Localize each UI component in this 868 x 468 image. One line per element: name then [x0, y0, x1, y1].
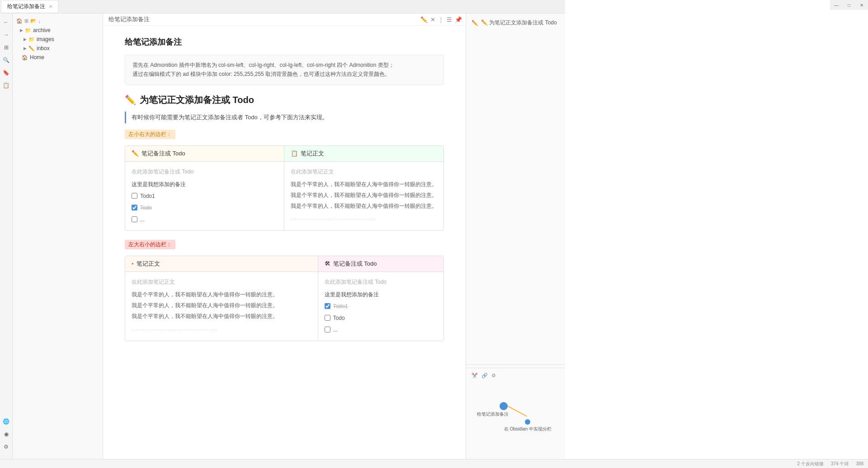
folder-icon: 📁: [28, 37, 35, 42]
right-panel: ✏️ ✏️ 为笔记正文添加备注或 Todo ✂️ 🔗 ⚙ 给笔记添加备注: [466, 14, 565, 468]
todo2-checkbox-2[interactable]: [325, 315, 330, 321]
graph-label-main: 给笔记添加备注: [477, 411, 509, 417]
tree-item-archive[interactable]: ▶ 📁 archive: [13, 26, 103, 35]
close-note-icon[interactable]: ✕: [430, 16, 435, 23]
nav-forward-icon[interactable]: →: [1, 30, 11, 40]
info-line1: 需先在 Admonition 插件中新增名为 col-sm-left、col-l…: [132, 61, 436, 70]
outline-emoji: ✏️: [472, 20, 478, 26]
todo-item-1: Todo1: [132, 191, 278, 201]
char-count: 388: [856, 461, 863, 466]
info-line2: 通过在编辑模式下的 ad 模块中添加 color: 255,255,255 取消…: [132, 70, 436, 79]
tab-label: 给笔记添加备注: [7, 3, 45, 10]
right-panel-divider: [466, 365, 565, 365]
todo2-checkbox-1[interactable]: [325, 303, 330, 309]
todo2-checkbox-3[interactable]: [325, 327, 330, 332]
table1-col1: ✏️ 笔记备注或 Todo 在此添加笔记备注或 Todo 这里是我想添加的备注 …: [125, 146, 284, 230]
col1-header-label: 笔记备注或 Todo: [142, 150, 185, 158]
tree-item-images[interactable]: ▶ 📁 images: [13, 35, 103, 44]
settings-icon[interactable]: ⚙: [1, 442, 11, 452]
tree-item-home[interactable]: 🏠 Home: [13, 53, 103, 62]
tree-label-home: Home: [30, 54, 44, 61]
outline-label: ✏️ 为笔记正文添加备注或 Todo: [481, 19, 557, 27]
new-note-icon[interactable]: ⊞: [24, 18, 28, 24]
body2-line1: 我是个平常的人，我不能盼望在人海中值得你一转眼的注意。: [132, 289, 311, 300]
todo-label-2: Todo: [140, 202, 152, 213]
minimize-button[interactable]: —: [830, 0, 843, 10]
sort-icon[interactable]: ↓: [38, 19, 41, 24]
table1-col1-header: ✏️ 笔记备注或 Todo: [125, 146, 284, 162]
table1-col2-body: 在此添加笔记正文 我是个平常的人，我不能盼望在人海中值得你一转眼的注意。 我是个…: [284, 162, 443, 229]
table1-col2: 📋 笔记正文 在此添加笔记正文 我是个平常的人，我不能盼望在人海中值得你一转眼的…: [284, 146, 443, 230]
table2-col1: ▪ 笔记正文 在此添加笔记正文 我是个平常的人，我不能盼望在人海中值得你一转眼的…: [125, 256, 318, 341]
graph-ctrl-link[interactable]: 🔗: [481, 373, 488, 379]
col2b-emoji: 🛠: [325, 260, 330, 267]
files-icon[interactable]: ⊞: [1, 42, 11, 52]
bookmarks-icon[interactable]: 🔖: [1, 68, 11, 78]
nav-back-icon[interactable]: ←: [1, 17, 11, 27]
body2-line2: 我是个平常的人，我不能盼望在人海中值得你一转眼的注意。: [132, 300, 311, 311]
more-options-icon[interactable]: ⋮: [438, 16, 444, 23]
graph-canvas: 给笔记添加备注 在 Obsidian 中实现分栏: [472, 382, 560, 463]
tree-item-inbox[interactable]: ▶ ✏️ inbox: [13, 44, 103, 53]
todo2-label-1: Todo1: [333, 301, 348, 312]
search-icon[interactable]: 🔍: [1, 55, 11, 65]
todo2-item-2: Todo: [325, 313, 437, 323]
col1-emoji: ✏️: [132, 150, 139, 157]
body2-line3: 我是个平常的人，我不能盼望在人海中值得你一转眼的注意。: [132, 311, 311, 322]
arrow-icon: ▶: [20, 28, 23, 33]
body-line1: 我是个平常的人，我不能盼望在人海中值得你一转眼的注意。: [291, 179, 437, 190]
col2-emoji: 📋: [291, 150, 298, 157]
sidebar-icon-strip: ← → ⊞ 🔍 🔖 📋 🌐 ◉ ⚙ ←: [0, 14, 13, 468]
todo-checkbox-2[interactable]: [132, 205, 137, 211]
status-bar: 2 个反向链接 374 个词 388: [0, 459, 868, 468]
folder-icon: 📁: [25, 28, 31, 33]
note-text: 这里是我想添加的备注: [132, 179, 278, 190]
label2-tag: 左大右小的边栏：: [125, 240, 175, 249]
tree-label-archive: archive: [33, 27, 51, 33]
home-icon: 🏠: [22, 55, 28, 61]
right-panel-outline: ✏️ ✏️ 为笔记正文添加备注或 Todo: [466, 14, 565, 362]
outline-item[interactable]: ✏️ ✏️ 为笔记正文添加备注或 Todo: [466, 17, 565, 28]
file-tree-panel: 🏠 ⊞ 📂 ↓ ▶ 📁 archive ▶ 📁 images ▶ ✏️ inbo…: [13, 14, 103, 468]
label1-tag: 左小右大的边栏：: [125, 130, 175, 139]
new-folder-icon[interactable]: 📂: [30, 18, 37, 24]
graph-icon[interactable]: ◉: [1, 429, 11, 439]
body-line3: 我是个平常的人，我不能盼望在人海中值得你一转眼的注意。: [291, 201, 437, 211]
todo-item-2: Todo: [132, 202, 278, 213]
dots-line1: ......................................: [291, 213, 437, 223]
tree-label-inbox: inbox: [37, 45, 50, 51]
section1-emoji: ✏️: [125, 94, 136, 105]
graph-ctrl-settings[interactable]: ⚙: [491, 373, 496, 379]
table2-col1-header: ▪ 笔记正文: [125, 256, 318, 272]
topbar-actions: ✏️ ✕ ⋮ ☰ 📌: [420, 16, 462, 23]
pin-icon[interactable]: 📌: [455, 16, 462, 23]
section1-heading: ✏️ 为笔记正文添加备注或 Todo: [125, 94, 444, 106]
file-tree-header: 🏠 ⊞ 📂 ↓: [13, 16, 103, 26]
graph-ctrl-scissors[interactable]: ✂️: [472, 373, 478, 379]
tab-bar: 给笔记添加备注 ✕: [0, 0, 565, 14]
word-count: 374 个词: [831, 461, 849, 467]
close-button[interactable]: ✕: [855, 0, 868, 10]
restore-button[interactable]: □: [843, 0, 855, 10]
graph-edge: [508, 406, 527, 417]
table1-col2-header: 📋 笔记正文: [284, 146, 443, 162]
close-tab-icon[interactable]: ✕: [49, 4, 52, 9]
table2-col2-body: 在此添加笔记备注或 Todo 这里是我想添加的备注 Todo1 Todo: [318, 272, 443, 341]
col1-placeholder: 在此添加笔记备注或 Todo: [132, 166, 278, 177]
active-tab[interactable]: 给笔记添加备注 ✕: [2, 1, 58, 12]
col2b-placeholder: 在此添加笔记备注或 Todo: [325, 276, 437, 287]
templates-icon[interactable]: 📋: [1, 80, 11, 90]
col2b-header-label: 笔记备注或 Todo: [333, 260, 377, 268]
edit-note-icon[interactable]: ✏️: [420, 16, 428, 23]
layout-icon[interactable]: ☰: [447, 16, 452, 23]
table2-col1-body: 在此添加笔记正文 我是个平常的人，我不能盼望在人海中值得你一转眼的注意。 我是个…: [125, 272, 318, 340]
todo-checkbox-1[interactable]: [132, 193, 137, 199]
table1: ✏️ 笔记备注或 Todo 在此添加笔记备注或 Todo 这里是我想添加的备注 …: [125, 145, 444, 231]
todo-checkbox-3[interactable]: [132, 216, 137, 222]
blockquote: 有时候你可能需要为笔记正文添加备注或者 Todo，可参考下面方法来实现。: [125, 112, 444, 123]
backlink-count: 2 个反向链接: [797, 461, 824, 467]
body-line2: 我是个平常的人，我不能盼望在人海中值得你一转眼的注意。: [291, 190, 437, 201]
main-scroll-area[interactable]: 给笔记添加备注 需先在 Admonition 插件中新增名为 col-sm-le…: [103, 26, 466, 468]
globe-icon[interactable]: 🌐: [1, 417, 11, 426]
col2-placeholder: 在此添加笔记正文: [291, 166, 437, 177]
